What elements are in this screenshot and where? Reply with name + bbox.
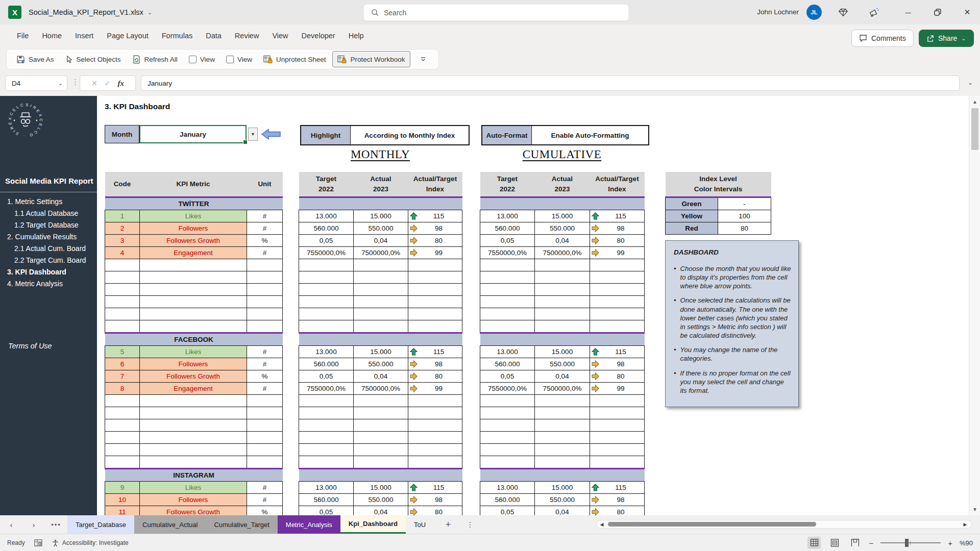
cell[interactable] <box>140 271 247 284</box>
cell[interactable]: 15.000 <box>354 346 408 358</box>
cell[interactable] <box>354 308 408 320</box>
cell[interactable]: 99 <box>408 247 462 259</box>
vertical-scrollbar[interactable]: ▲ ▼ <box>969 96 980 515</box>
cell[interactable] <box>535 444 590 456</box>
cell[interactable]: 7500000,0% <box>535 383 590 395</box>
menu-file[interactable]: File <box>10 24 35 47</box>
share-button[interactable]: Share ⌄ <box>919 30 974 47</box>
cell[interactable] <box>590 432 645 444</box>
cell[interactable]: 99 <box>590 247 645 259</box>
cell[interactable] <box>590 320 645 333</box>
index-table-title[interactable]: Index LevelColor Intervals <box>666 172 771 197</box>
cell[interactable]: 3 <box>105 235 140 247</box>
cell[interactable] <box>105 432 140 444</box>
section-band[interactable] <box>299 469 462 482</box>
cell[interactable] <box>247 444 283 456</box>
menu-home[interactable]: Home <box>35 24 68 47</box>
cell[interactable]: 0,05 <box>299 370 354 383</box>
cell[interactable]: 8 <box>105 383 140 395</box>
column-header[interactable]: Target2022 <box>480 172 535 197</box>
cell[interactable] <box>480 271 535 284</box>
select-objects-button[interactable]: Select Objects <box>61 52 126 67</box>
insert-function-icon[interactable]: fx <box>117 79 124 88</box>
cell[interactable] <box>535 320 590 333</box>
scroll-right-icon[interactable]: ▶ <box>960 522 970 527</box>
cell[interactable]: Yellow <box>666 210 718 222</box>
close-button[interactable]: ✕ <box>955 0 979 24</box>
cell[interactable] <box>408 296 462 308</box>
cell[interactable] <box>105 259 140 271</box>
cell[interactable] <box>247 308 283 320</box>
cell[interactable] <box>535 284 590 296</box>
cell[interactable]: 0,05 <box>480 506 535 516</box>
cell[interactable]: 80 <box>590 370 645 383</box>
cell[interactable] <box>354 407 408 419</box>
cell[interactable]: 7500000,0% <box>354 383 408 395</box>
cell[interactable]: 13.000 <box>299 346 354 358</box>
cell[interactable] <box>299 284 354 296</box>
sidebar-item-4-metric-analysis[interactable]: 4. Metric Analysis <box>0 278 97 290</box>
cell[interactable]: 0,04 <box>535 506 590 516</box>
menu-review[interactable]: Review <box>228 24 266 47</box>
cell[interactable] <box>408 308 462 320</box>
cell[interactable] <box>140 444 247 456</box>
cell[interactable] <box>408 284 462 296</box>
cell[interactable]: 98 <box>590 494 645 506</box>
column-header[interactable]: Actual/TargetIndex <box>408 172 462 197</box>
cell[interactable]: 560.000 <box>299 222 354 235</box>
highlight-value-cell[interactable]: According to Monthly Index <box>351 126 469 144</box>
menu-formulas[interactable]: Formulas <box>155 24 199 47</box>
cell[interactable] <box>535 395 590 407</box>
cell[interactable] <box>140 419 247 432</box>
cell[interactable] <box>354 271 408 284</box>
cell[interactable]: 7550000,0% <box>480 383 535 395</box>
cancel-icon[interactable]: ✕ <box>91 79 97 87</box>
menu-view[interactable]: View <box>265 24 295 47</box>
cell[interactable]: 15.000 <box>535 482 590 494</box>
kpi-metric-table[interactable]: CodeKPI MetricUnitTWİTTER 1 Likes # 2 Fo… <box>105 172 283 515</box>
cell[interactable]: # <box>247 210 283 222</box>
column-header[interactable]: Actual/TargetIndex <box>590 172 645 197</box>
zoom-level[interactable]: %90 <box>960 539 973 547</box>
page-layout-view-button[interactable] <box>828 537 841 549</box>
cell[interactable]: Followers Growth <box>140 370 247 383</box>
monthly-values-table[interactable]: Target2022Actual2023Actual/TargetIndex 1… <box>299 172 462 515</box>
cell[interactable]: 115 <box>590 346 645 358</box>
cell[interactable]: 115 <box>590 210 645 222</box>
cell[interactable] <box>299 407 354 419</box>
menu-data[interactable]: Data <box>199 24 228 47</box>
refresh-all-button[interactable]: Refresh All <box>128 52 182 67</box>
cell[interactable] <box>480 284 535 296</box>
cell[interactable] <box>299 444 354 456</box>
zoom-out-button[interactable]: − <box>869 539 873 547</box>
cell[interactable] <box>247 419 283 432</box>
cell[interactable] <box>535 308 590 320</box>
cell[interactable]: 550.000 <box>535 222 590 235</box>
column-header[interactable]: Actual2023 <box>535 172 590 197</box>
fill-handle[interactable] <box>243 140 248 144</box>
cell[interactable]: # <box>247 346 283 358</box>
cell[interactable]: 0,04 <box>535 370 590 383</box>
cell[interactable]: 0,05 <box>299 506 354 516</box>
vertical-scroll-thumb[interactable] <box>971 108 978 150</box>
enter-icon[interactable]: ✓ <box>105 79 111 87</box>
cell[interactable] <box>354 259 408 271</box>
cell[interactable] <box>105 271 140 284</box>
cell[interactable] <box>480 456 535 469</box>
column-header[interactable]: Code <box>105 172 140 197</box>
section-band[interactable] <box>480 469 645 482</box>
cell[interactable]: 560.000 <box>480 494 535 506</box>
cell[interactable] <box>105 320 140 333</box>
cell[interactable] <box>354 432 408 444</box>
section-band[interactable] <box>299 197 462 210</box>
formula-bar-expand-icon[interactable]: ⌄ <box>968 79 973 86</box>
excel-app-icon[interactable]: X <box>8 6 21 19</box>
menu-page-layout[interactable]: Page Layout <box>100 24 155 47</box>
cell[interactable]: 13.000 <box>299 482 354 494</box>
column-header[interactable]: Target2022 <box>299 172 354 197</box>
minimize-button[interactable]: ─ <box>896 0 920 24</box>
cell[interactable]: 98 <box>590 358 645 370</box>
cell[interactable] <box>105 407 140 419</box>
cell[interactable] <box>105 456 140 469</box>
cell[interactable] <box>247 284 283 296</box>
